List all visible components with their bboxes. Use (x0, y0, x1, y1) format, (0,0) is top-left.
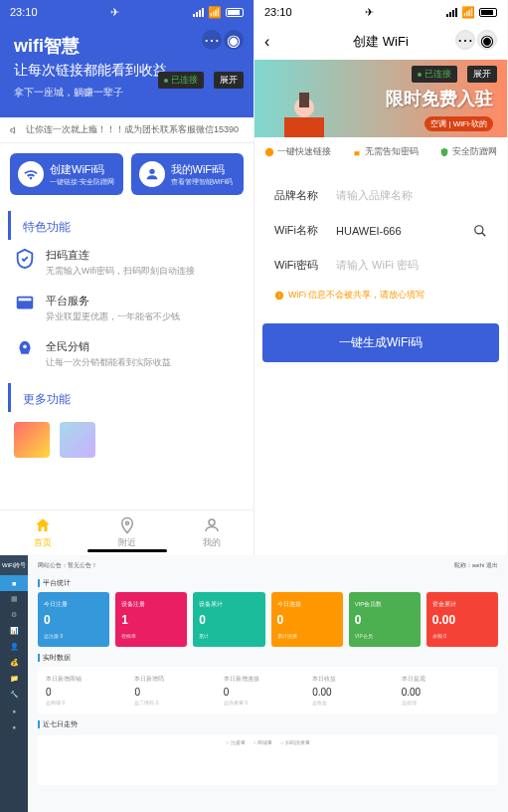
feature-item[interactable]: 平台服务 异业联盟更优惠，一年能省不少钱 (0, 286, 254, 331)
hero-banner: ⋯ ◉ wifi智慧 让每次链接都能看到收益 拿下一座城，躺赚一辈子 已连接 展… (0, 24, 254, 117)
sidebar-item[interactable]: ● (0, 718, 28, 734)
battery-icon (479, 8, 497, 17)
sidebar-item[interactable]: 📊 (0, 623, 28, 639)
info-icon: ! (274, 291, 284, 301)
stat-card[interactable]: 设备累计0累计 (193, 592, 264, 647)
capsule-menu-icon[interactable]: ⋯ (455, 30, 475, 50)
rocket-icon (14, 339, 36, 361)
svg-rect-8 (299, 93, 309, 107)
hero-tagline: 拿下一座城，躺赚一辈子 (14, 86, 240, 100)
form-hint: ! WiFi 信息不会被共享，请放心填写 (262, 283, 499, 311)
wifi-name-input[interactable]: HUAWEI-666 (336, 225, 402, 237)
wifi-password-input[interactable]: 请输入 WiFi 密码 (336, 258, 419, 273)
trust-item: 一键快速链接 (264, 145, 331, 158)
realtime-stats-row: 本日新增商铺0总商铺 0 本日新增码0总二维码 0 本日新增连接0总连接量 0 … (38, 667, 498, 713)
wifi-name-row[interactable]: WiFi名称 HUAWEI-666 (262, 213, 499, 248)
stat-card[interactable]: VIP会员数0VIP会员 (349, 592, 421, 647)
status-time: 23:10 (10, 6, 38, 18)
svg-point-5 (209, 519, 215, 525)
battery-icon (226, 8, 244, 17)
section-features-title: 特色功能 (8, 211, 254, 240)
section-platform-stats: 平台统计 (38, 578, 498, 588)
capsule-close-icon[interactable]: ◉ (224, 30, 244, 50)
stat-cards-row: 今日注册0总注册 0 设备注册1在线率 设备累计0累计 今日连接0累计连接 VI… (38, 592, 498, 647)
feature-item[interactable]: 扫码直连 无需输入Wifi密码，扫码即刻自动连接 (0, 240, 254, 286)
wifi-password-row[interactable]: WiFi密码 请输入 WiFi 密码 (262, 248, 499, 283)
gallery-thumb[interactable] (60, 422, 95, 458)
trend-chart: 注册量 商铺量 扫码连接量 (38, 735, 498, 785)
speaker-icon (10, 125, 20, 135)
sidebar-item[interactable]: 💰 (0, 655, 28, 671)
dashboard-sidebar: WiFi跨号 ■ ▦ ⚙ 📊 👤 💰 📁 🔧 ● ● (0, 555, 28, 812)
svg-rect-10 (354, 151, 359, 155)
create-wifi-button[interactable]: 创建WiFi码 一键链接·安全防蹭网 (10, 153, 123, 195)
hero-subtitle: 让每次链接都能看到收益 (14, 62, 240, 80)
announcement-marquee: 让你连一次就上瘾！！！成为团长联系客服微信15390 (0, 117, 254, 143)
search-icon[interactable] (473, 224, 487, 238)
tab-mine[interactable]: 我的 (169, 510, 254, 555)
status-time: 23:10 (264, 6, 292, 18)
svg-rect-2 (19, 299, 32, 302)
user-icon (139, 161, 165, 187)
wifi-icon (18, 161, 44, 187)
trust-item: 无需告知密码 (352, 145, 419, 158)
expand-tag[interactable]: 展开 (214, 72, 244, 89)
generate-wifi-button[interactable]: 一键生成WiFi码 (262, 323, 499, 362)
svg-rect-6 (284, 117, 324, 137)
sidebar-item[interactable]: ● (0, 703, 28, 718)
shield-icon (439, 147, 449, 157)
my-wifi-button[interactable]: 我的WiFi码 查看管理智能WiFi码 (131, 153, 245, 195)
svg-point-3 (23, 345, 27, 349)
section-realtime: 实时数据 (38, 653, 498, 663)
brand-input[interactable]: 请输入品牌名称 (336, 188, 413, 203)
sidebar-item[interactable]: ⚙ (0, 607, 28, 623)
sidebar-item[interactable]: ■ (0, 575, 28, 591)
capsule-menu-icon[interactable]: ⋯ (202, 30, 222, 50)
person-illustration (274, 78, 334, 137)
svg-point-4 (125, 521, 128, 524)
svg-point-11 (475, 225, 483, 233)
home-indicator (87, 549, 167, 552)
sidebar-item[interactable]: 👤 (0, 639, 28, 655)
connected-tag: 已连接 (158, 72, 204, 89)
user-icon (203, 516, 221, 534)
gallery-thumb[interactable] (14, 422, 50, 458)
brand-name-row[interactable]: 品牌名称 请输入品牌名称 (262, 178, 499, 213)
section-more-title: 更多功能 (8, 383, 254, 412)
user-info[interactable]: 昵称：aaihi 退出 (454, 561, 498, 570)
real-stat: 本日新增连接0总连接量 0 (224, 675, 312, 706)
platform-icon (14, 294, 36, 315)
admin-dashboard: WiFi跨号 ■ ▦ ⚙ 📊 👤 💰 📁 🔧 ● ● 网站公告：暂无公告！ 昵称… (0, 555, 508, 812)
stat-card[interactable]: 资金累计0.00余额 0 (426, 592, 498, 647)
stat-card[interactable]: 今日连接0累计连接 (271, 592, 343, 647)
section-trend: 近七日走势 (38, 719, 498, 729)
status-bar: 23:10 ✈ 📶 (254, 0, 507, 24)
svg-point-9 (265, 147, 273, 155)
capsule-close-icon[interactable]: ◉ (477, 30, 497, 50)
real-stat: 本日新增商铺0总商铺 0 (46, 675, 134, 706)
sidebar-item[interactable]: 🔧 (0, 687, 28, 703)
dashboard-logo: WiFi跨号 (0, 555, 28, 575)
location-icon (118, 516, 136, 534)
promo-banner[interactable]: 限时免费入驻 空调 | WiFi·软的 已连接 展开 (254, 60, 507, 137)
phone-left-home: 23:10 ✈ 📶 ⋯ ◉ wifi智慧 让每次链接都能看到收益 拿下一座城，躺… (0, 0, 254, 555)
nav-header: ‹ 创建 WiFi ⋯ ◉ (254, 24, 507, 60)
tab-home[interactable]: 首页 (0, 510, 85, 555)
wifi-form: 品牌名称 请输入品牌名称 WiFi名称 HUAWEI-666 WiFi密码 请输… (262, 174, 499, 315)
back-icon[interactable]: ‹ (264, 33, 269, 51)
home-icon (34, 516, 52, 534)
feature-item[interactable]: 全民分销 让每一次分销都能看到实际收益 (0, 331, 254, 377)
expand-tag[interactable]: 展开 (467, 66, 497, 83)
svg-point-0 (149, 169, 154, 174)
sidebar-item[interactable]: ▦ (0, 591, 28, 607)
connected-tag: 已连接 (412, 66, 457, 83)
shield-icon (14, 248, 36, 270)
sidebar-item[interactable]: 📁 (0, 671, 28, 687)
real-stat: 本日新增码0总二维码 0 (134, 675, 223, 706)
stat-card[interactable]: 今日注册0总注册 0 (38, 592, 109, 647)
trust-row: 一键快速链接 无需告知密码 安全防蹭网 (254, 137, 507, 166)
stat-card[interactable]: 设备注册1在线率 (115, 592, 187, 647)
real-stat: 本日收益0.00总收益 (312, 675, 401, 706)
lock-icon (352, 147, 362, 157)
real-stat: 本日提现0.00总提现 (402, 675, 490, 706)
